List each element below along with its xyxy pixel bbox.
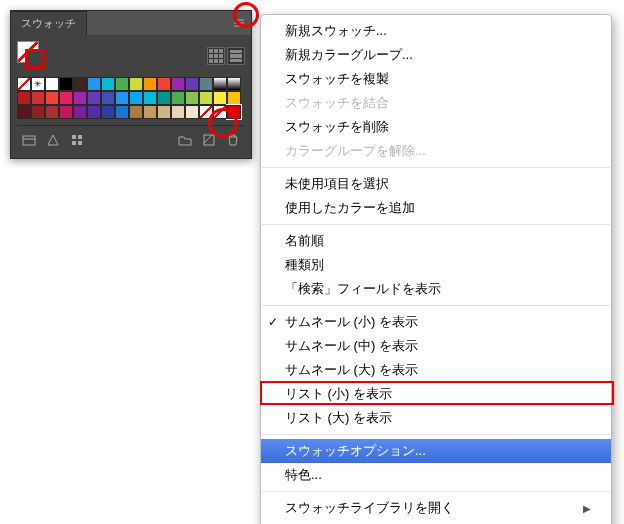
new-group-icon[interactable] — [177, 132, 193, 148]
panel-body: ✳ — [11, 35, 251, 158]
swatch-cell[interactable] — [213, 105, 227, 119]
current-color-row — [17, 41, 245, 71]
swatch-cell[interactable] — [17, 91, 31, 105]
svg-rect-1 — [72, 135, 76, 139]
menu-swatch-options[interactable]: スウォッチオプション... — [261, 439, 611, 463]
swatch-cell[interactable] — [143, 77, 157, 91]
swatch-options-icon[interactable] — [69, 132, 85, 148]
swatch-cell[interactable] — [185, 77, 199, 91]
panel-title: スウォッチ — [21, 16, 76, 31]
menu-list-large[interactable]: リスト (大) を表示 — [261, 406, 611, 430]
menu-separator — [262, 434, 610, 435]
swatch-cell[interactable] — [227, 77, 241, 91]
swatch-cell[interactable] — [227, 105, 241, 119]
swatch-cell[interactable] — [17, 77, 31, 91]
menu-sort-name[interactable]: 名前順 — [261, 229, 611, 253]
swatches-panel: スウォッチ ✳ — [10, 10, 252, 159]
menu-thumb-small[interactable]: ✓サムネール (小) を表示 — [261, 310, 611, 334]
panel-bottom-bar — [17, 125, 245, 152]
menu-duplicate[interactable]: スウォッチを複製 — [261, 67, 611, 91]
swatch-cell[interactable] — [73, 105, 87, 119]
menu-ungroup: カラーグループを解除... — [261, 139, 611, 163]
swatch-cell[interactable] — [101, 105, 115, 119]
svg-rect-2 — [78, 135, 82, 139]
svg-rect-5 — [204, 135, 214, 145]
swatch-cell[interactable] — [171, 77, 185, 91]
list-view-icon[interactable] — [227, 47, 245, 65]
swatch-cell[interactable] — [157, 77, 171, 91]
swatch-cell[interactable] — [171, 105, 185, 119]
swatch-grid: ✳ — [17, 77, 245, 119]
swatch-cell[interactable] — [101, 91, 115, 105]
swatch-cell[interactable] — [87, 77, 101, 91]
grid-view-icon[interactable] — [207, 47, 225, 65]
swatch-cell[interactable] — [87, 91, 101, 105]
delete-swatch-icon[interactable] — [225, 132, 241, 148]
swatch-cell[interactable] — [227, 91, 241, 105]
menu-list-small[interactable]: リスト (小) を表示 — [261, 382, 611, 406]
swatch-cell[interactable] — [157, 105, 171, 119]
fill-stroke-indicator[interactable] — [17, 41, 47, 71]
panel-header: スウォッチ — [11, 11, 251, 35]
swatch-cell[interactable] — [129, 77, 143, 91]
swatch-cell[interactable] — [17, 105, 31, 119]
swatch-cell[interactable] — [199, 91, 213, 105]
swatch-cell[interactable] — [45, 91, 59, 105]
swatch-cell[interactable] — [87, 105, 101, 119]
swatch-cell[interactable] — [185, 91, 199, 105]
swatch-cell[interactable] — [199, 77, 213, 91]
menu-separator — [262, 167, 610, 168]
swatch-cell[interactable] — [143, 105, 157, 119]
menu-separator — [262, 224, 610, 225]
swatch-cell[interactable] — [199, 105, 213, 119]
swatch-cell[interactable] — [73, 91, 87, 105]
svg-rect-3 — [72, 141, 76, 145]
menu-select-unused[interactable]: 未使用項目を選択 — [261, 172, 611, 196]
swatch-cell[interactable] — [115, 77, 129, 91]
swatch-cell[interactable] — [143, 91, 157, 105]
new-swatch-icon[interactable] — [201, 132, 217, 148]
swatch-cell[interactable] — [31, 91, 45, 105]
swatch-cell[interactable] — [129, 91, 143, 105]
menu-save-exchange[interactable]: スウォッチライブラリを交換用として保存... — [261, 520, 611, 524]
check-icon: ✓ — [268, 315, 278, 329]
menu-thumb-large[interactable]: サムネール (大) を表示 — [261, 358, 611, 382]
view-icons — [207, 47, 245, 65]
swatch-cell[interactable] — [213, 77, 227, 91]
menu-spot[interactable]: 特色... — [261, 463, 611, 487]
swatch-cell[interactable]: ✳ — [31, 77, 45, 91]
show-kinds-icon[interactable] — [45, 132, 61, 148]
menu-new-swatch[interactable]: 新規スウォッチ... — [261, 19, 611, 43]
menu-sort-kind[interactable]: 種類別 — [261, 253, 611, 277]
swatch-cell[interactable] — [171, 91, 185, 105]
library-menu-icon[interactable] — [21, 132, 37, 148]
submenu-arrow-icon: ▶ — [583, 503, 591, 514]
menu-add-used[interactable]: 使用したカラーを追加 — [261, 196, 611, 220]
swatch-cell[interactable] — [129, 105, 143, 119]
menu-thumb-medium[interactable]: サムネール (中) を表示 — [261, 334, 611, 358]
panel-tab-swatches[interactable]: スウォッチ — [11, 11, 87, 36]
swatch-cell[interactable] — [59, 105, 73, 119]
menu-merge: スウォッチを結合 — [261, 91, 611, 115]
swatch-cell[interactable] — [73, 77, 87, 91]
swatch-cell[interactable] — [59, 77, 73, 91]
menu-show-find[interactable]: 「検索」フィールドを表示 — [261, 277, 611, 301]
swatch-cell[interactable] — [213, 91, 227, 105]
swatch-cell[interactable] — [31, 105, 45, 119]
flyout-menu-button[interactable] — [231, 15, 247, 31]
swatch-cell[interactable] — [115, 91, 129, 105]
svg-rect-4 — [78, 141, 82, 145]
flyout-menu: 新規スウォッチ... 新規カラーグループ... スウォッチを複製 スウォッチを結… — [260, 14, 612, 524]
menu-delete[interactable]: スウォッチを削除 — [261, 115, 611, 139]
stroke-box-icon — [25, 49, 45, 69]
swatch-cell[interactable] — [157, 91, 171, 105]
menu-open-library[interactable]: スウォッチライブラリを開く▶ — [261, 496, 611, 520]
swatch-cell[interactable] — [45, 77, 59, 91]
swatch-cell[interactable] — [185, 105, 199, 119]
swatch-cell[interactable] — [45, 105, 59, 119]
swatch-cell[interactable] — [101, 77, 115, 91]
menu-new-color-group[interactable]: 新規カラーグループ... — [261, 43, 611, 67]
swatch-cell[interactable] — [115, 105, 129, 119]
swatch-cell[interactable] — [59, 91, 73, 105]
menu-separator — [262, 305, 610, 306]
